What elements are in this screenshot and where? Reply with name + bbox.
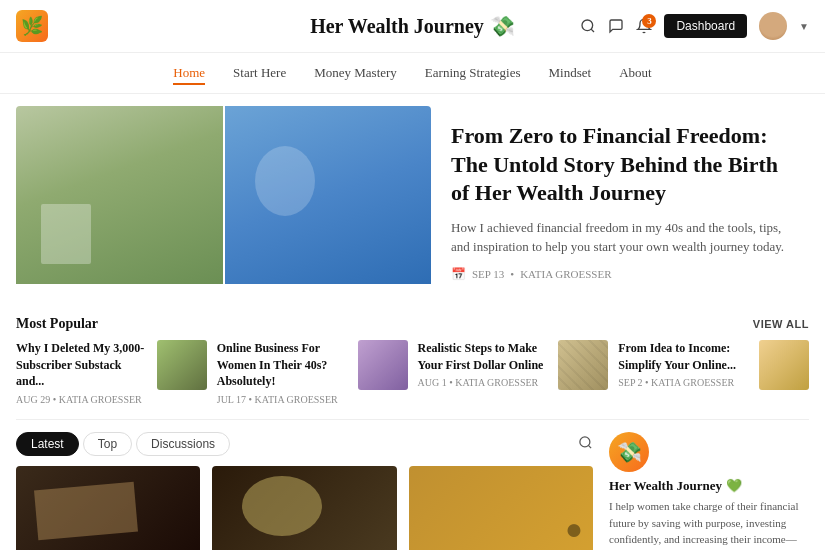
nav-money-mastery[interactable]: Money Mastery	[314, 63, 397, 85]
article-card-3[interactable]: Start Here: Building a Wealth	[409, 466, 593, 550]
popular-item-2-text: Online Business For Women In Their 40s? …	[217, 340, 350, 405]
popular-item-2-meta: JUL 17 • KATIA GROESSER	[217, 394, 350, 405]
sidebar-name-emoji: 💚	[726, 478, 742, 494]
tab-top[interactable]: Top	[83, 432, 132, 456]
popular-section-header: Most Popular VIEW ALL	[0, 310, 825, 340]
calendar-icon: 📅	[451, 267, 466, 282]
nav-start-here[interactable]: Start Here	[233, 63, 286, 85]
notification-wrapper: 3	[636, 18, 652, 34]
popular-item-4-title: From Idea to Income: Simplify Your Onlin…	[618, 340, 751, 374]
popular-item-3-text: Realistic Steps to Make Your First Dolla…	[418, 340, 551, 389]
search-icon	[580, 18, 596, 34]
hero-separator: •	[510, 268, 514, 280]
article-grid: Get Started with Saving and Master Your …	[16, 466, 593, 550]
tab-search-icon	[578, 435, 593, 450]
popular-thumb-1	[157, 340, 207, 390]
popular-thumb-4	[759, 340, 809, 390]
popular-item-3-title: Realistic Steps to Make Your First Dolla…	[418, 340, 551, 374]
user-avatar[interactable]	[759, 12, 787, 40]
tabs-row: Latest Top Discussions	[16, 432, 593, 456]
svg-line-1	[591, 29, 594, 32]
chat-icon	[608, 18, 624, 34]
nav-about[interactable]: About	[619, 63, 652, 85]
hero-images	[16, 106, 431, 298]
svg-line-3	[588, 445, 591, 448]
avatar-chevron-icon: ▼	[799, 21, 809, 32]
sidebar-name-text: Her Wealth Journey	[609, 478, 722, 494]
hero-author: KATIA GROESSER	[520, 268, 611, 280]
header-title-emoji: 💸	[490, 14, 515, 38]
site-logo[interactable]: 🌿	[16, 10, 48, 42]
popular-thumb-2	[358, 340, 408, 390]
sidebar-avatar-emoji: 💸	[617, 440, 642, 464]
article-card-1[interactable]: Get Started with Saving and	[16, 466, 200, 550]
header-title-text: Her Wealth Journey	[310, 15, 484, 38]
chat-button[interactable]	[608, 18, 624, 34]
popular-item-1-meta: AUG 29 • KATIA GROESSER	[16, 394, 149, 405]
left-column: Latest Top Discussions Get Started with …	[16, 432, 593, 550]
header: 🌿 Her Wealth Journey 💸 3 Dashboard ▼	[0, 0, 825, 53]
hero-content: From Zero to Financial Freedom: The Unto…	[431, 106, 809, 298]
popular-item-1-title: Why I Deleted My 3,000-Subscriber Substa…	[16, 340, 149, 390]
svg-point-0	[582, 20, 593, 31]
popular-thumb-3	[558, 340, 608, 390]
popular-item-1-text: Why I Deleted My 3,000-Subscriber Substa…	[16, 340, 149, 405]
popular-section-title: Most Popular	[16, 316, 98, 332]
search-button[interactable]	[580, 18, 596, 34]
popular-item-1[interactable]: Why I Deleted My 3,000-Subscriber Substa…	[16, 340, 207, 405]
sidebar-profile: 💸 Her Wealth Journey 💚 I help women take…	[609, 432, 809, 550]
notification-badge: 3	[642, 14, 656, 28]
avatar-image	[759, 12, 787, 40]
popular-item-2[interactable]: Online Business For Women In Their 40s? …	[217, 340, 408, 405]
hero-subtitle: How I achieved financial freedom in my 4…	[451, 218, 789, 257]
popular-item-4-text: From Idea to Income: Simplify Your Onlin…	[618, 340, 751, 389]
svg-point-2	[580, 437, 590, 447]
popular-item-3-meta: AUG 1 • KATIA GROESSER	[418, 377, 551, 388]
popular-grid: Why I Deleted My 3,000-Subscriber Substa…	[0, 340, 825, 419]
right-sidebar: 💸 Her Wealth Journey 💚 I help women take…	[609, 432, 809, 550]
nav-home[interactable]: Home	[173, 63, 205, 85]
hero-title[interactable]: From Zero to Financial Freedom: The Unto…	[451, 122, 789, 208]
main-content: Latest Top Discussions Get Started with …	[0, 420, 825, 550]
nav-mindset[interactable]: Mindset	[549, 63, 592, 85]
article-thumb-3	[409, 466, 593, 550]
tab-discussions[interactable]: Discussions	[136, 432, 230, 456]
header-actions: 3 Dashboard ▼	[580, 12, 809, 40]
sidebar-profile-name: Her Wealth Journey 💚	[609, 478, 742, 494]
hero-meta: 📅 SEP 13 • KATIA GROESSER	[451, 267, 789, 282]
header-title: Her Wealth Journey 💸	[310, 14, 515, 38]
view-all-button[interactable]: VIEW ALL	[753, 318, 809, 330]
hero-image-2	[225, 106, 432, 284]
hero-section: From Zero to Financial Freedom: The Unto…	[0, 94, 825, 310]
tab-search-button[interactable]	[578, 435, 593, 454]
popular-item-4-meta: SEP 2 • KATIA GROESSER	[618, 377, 751, 388]
article-thumb-2	[212, 466, 396, 550]
article-thumb-1	[16, 466, 200, 550]
popular-item-2-title: Online Business For Women In Their 40s? …	[217, 340, 350, 390]
dashboard-button[interactable]: Dashboard	[664, 14, 747, 38]
hero-image-1	[16, 106, 223, 284]
sidebar-avatar: 💸	[609, 432, 649, 472]
nav-earning-strategies[interactable]: Earning Strategies	[425, 63, 521, 85]
popular-item-3[interactable]: Realistic Steps to Make Your First Dolla…	[418, 340, 609, 405]
hero-date: SEP 13	[472, 268, 504, 280]
popular-item-4[interactable]: From Idea to Income: Simplify Your Onlin…	[618, 340, 809, 405]
article-card-2[interactable]: Master Your Budget: The	[212, 466, 396, 550]
sidebar-profile-description: I help women take charge of their financ…	[609, 498, 809, 550]
main-nav: Home Start Here Money Mastery Earning St…	[0, 53, 825, 94]
tab-latest[interactable]: Latest	[16, 432, 79, 456]
